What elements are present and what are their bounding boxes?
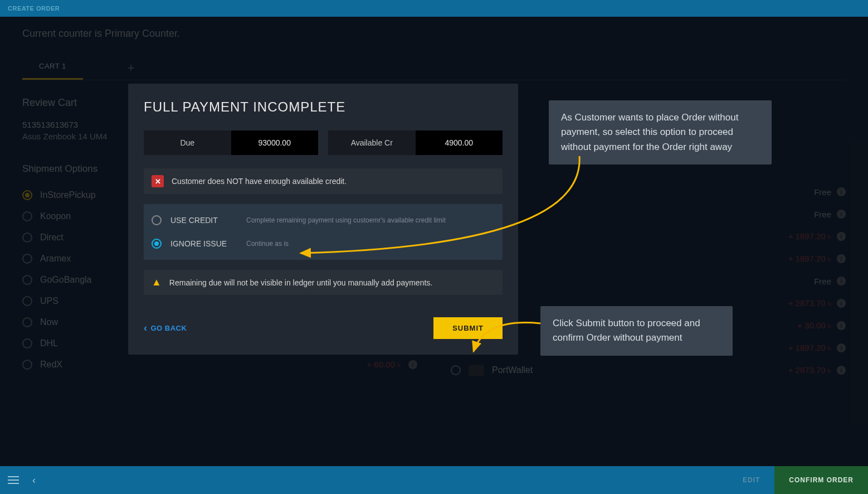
submit-button[interactable]: SUBMIT — [433, 317, 503, 339]
error-icon: ✕ — [152, 175, 164, 187]
ignore-label: IGNORE ISSUE — [170, 239, 237, 248]
due-label: Due — [144, 130, 231, 155]
warning-icon: ▲ — [152, 277, 162, 288]
callout-ignore-issue: As Customer wants to place Order without… — [549, 100, 772, 164]
credit-error-alert: ✕ Customer does NOT have enough availabl… — [144, 168, 503, 194]
page-title: CREATE ORDER — [8, 5, 60, 12]
bottom-bar: ‹ EDIT CONFIRM ORDER — [0, 466, 868, 494]
modal-title: FULL PAYMENT INCOMPLETE — [144, 99, 503, 115]
ignore-desc: Continue as is — [246, 240, 289, 248]
chevron-left-icon: ‹ — [144, 322, 148, 334]
confirm-order-button[interactable]: CONFIRM ORDER — [774, 466, 868, 494]
choice-ignore-issue[interactable]: IGNORE ISSUE Continue as is — [152, 232, 495, 255]
resolution-choices: USE CREDIT Complete remaining payment us… — [144, 204, 503, 260]
available-credit-value: 4900.00 — [416, 130, 503, 155]
radio-ignore-issue[interactable] — [152, 239, 162, 249]
edit-button[interactable]: EDIT — [728, 466, 774, 494]
choice-use-credit[interactable]: USE CREDIT Complete remaining payment us… — [152, 209, 495, 232]
use-credit-label: USE CREDIT — [170, 216, 237, 225]
use-credit-desc: Complete remaining payment using custoem… — [246, 216, 446, 224]
radio-use-credit[interactable] — [152, 215, 162, 225]
go-back-label: GO BACK — [151, 324, 187, 332]
ledger-warning: ▲ Remaining due will not be visible in l… — [144, 270, 503, 295]
callout-submit: Click Submit button to proceed and confi… — [540, 306, 733, 356]
error-text: Customer does NOT have enough available … — [172, 177, 347, 186]
top-bar: CREATE ORDER — [0, 0, 868, 17]
available-credit-label: Available Cr — [328, 130, 416, 155]
back-button[interactable]: ‹ — [32, 474, 36, 486]
warning-text: Remaining due will not be visible in led… — [169, 278, 432, 287]
payment-incomplete-modal: FULL PAYMENT INCOMPLETE Due 93000.00 Ava… — [128, 84, 518, 355]
menu-icon[interactable] — [8, 476, 19, 484]
go-back-button[interactable]: ‹ GO BACK — [144, 322, 187, 334]
due-value: 93000.00 — [231, 130, 319, 155]
